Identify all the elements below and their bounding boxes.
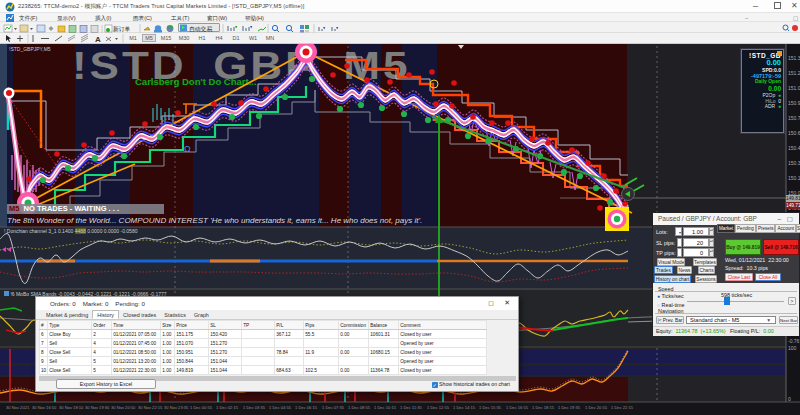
svg-text:Ω: Ω [184, 144, 191, 154]
svg-text:A: A [95, 35, 101, 44]
